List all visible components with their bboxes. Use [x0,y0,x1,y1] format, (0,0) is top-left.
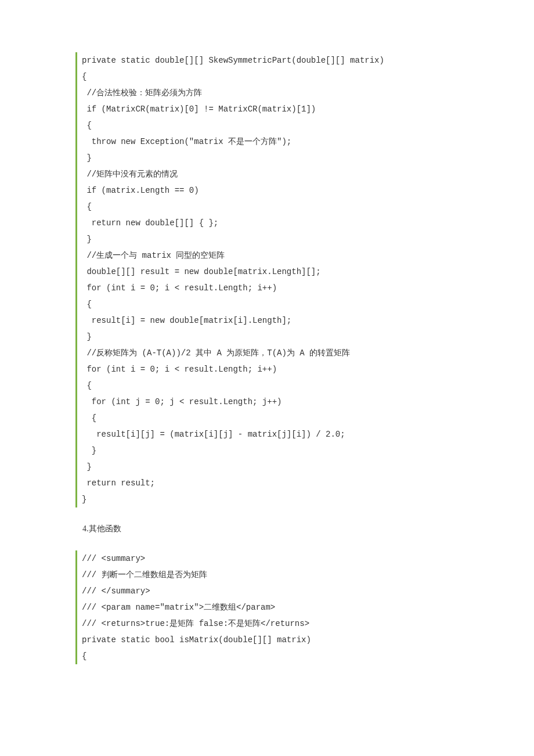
code-line: result[i] = new double[matrix[i].Length]… [82,312,464,329]
code-line: //合法性校验：矩阵必须为方阵 [82,85,464,101]
code-line: if (matrix.Length == 0) [82,182,464,199]
code-line: if (MatrixCR(matrix)[0] != MatrixCR(matr… [82,101,464,117]
code-line: } [82,442,464,459]
code-line: //矩阵中没有元素的情况 [82,166,464,182]
code-line: { [82,117,464,134]
code-line: throw new Exception("matrix 不是一个方阵"); [82,134,464,150]
code-line: /// <param name="matrix">二维数组</param> [82,599,464,615]
code-line: return result; [82,475,464,491]
code-line: { [82,69,464,85]
code-line: { [82,199,464,215]
code-line: private static double[][] SkewSymmetricP… [82,52,464,69]
code-line: /// <summary> [82,550,464,567]
code-line: { [82,377,464,394]
section-heading-other-functions: 4.其他函数 [82,524,464,534]
code-line: for (int j = 0; j < result.Length; j++) [82,394,464,410]
code-line: } [82,491,464,507]
code-line: private static bool isMatrix(double[][] … [82,632,464,648]
code-line: result[i][j] = (matrix[i][j] - matrix[j]… [82,426,464,442]
code-line: for (int i = 0; i < result.Length; i++) [82,361,464,377]
code-line: } [82,329,464,345]
code-line: { [82,410,464,426]
code-line: } [82,150,464,166]
code-line: //生成一个与 matrix 同型的空矩阵 [82,247,464,264]
code-line: /// <returns>true:是矩阵 false:不是矩阵</return… [82,615,464,632]
code-line: for (int i = 0; i < result.Length; i++) [82,280,464,296]
code-line: } [82,459,464,475]
code-line: { [82,296,464,312]
document-page: private static double[][] SkewSymmetricP… [0,0,534,704]
code-line: //反称矩阵为 (A-T(A))/2 其中 A 为原矩阵，T(A)为 A 的转置… [82,345,464,361]
code-line: double[][] result = new double[matrix.Le… [82,264,464,280]
code-line: /// </summary> [82,583,464,599]
code-line: return new double[][] { }; [82,215,464,231]
code-line: { [82,648,464,664]
code-block-is-matrix: /// <summary>/// 判断一个二维数组是否为矩阵/// </summ… [75,550,464,664]
code-line: } [82,231,464,247]
code-block-skew-symmetric: private static double[][] SkewSymmetricP… [75,52,464,507]
code-line: /// 判断一个二维数组是否为矩阵 [82,567,464,583]
